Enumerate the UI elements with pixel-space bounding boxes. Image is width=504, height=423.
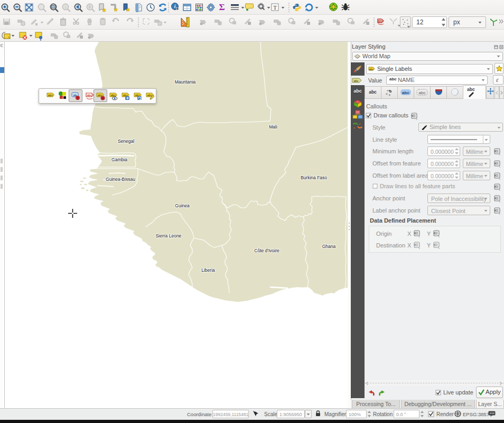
svg-text:abc: abc xyxy=(419,90,426,95)
svg-text:Σ: Σ xyxy=(219,2,225,12)
svg-text:abc: abc xyxy=(354,79,359,82)
svg-text:1: 1 xyxy=(64,5,67,9)
svg-text:b: b xyxy=(389,89,391,93)
svg-text:abc: abc xyxy=(402,90,409,95)
svg-text:abc: abc xyxy=(377,19,384,23)
svg-text:c: c xyxy=(389,93,390,96)
svg-text:abc: abc xyxy=(369,68,374,71)
svg-text:abc: abc xyxy=(87,94,92,97)
svg-text:ab: ab xyxy=(73,94,77,97)
svg-text:abc: abc xyxy=(147,94,152,97)
svg-text:abc: abc xyxy=(48,94,53,97)
svg-text:<: < xyxy=(386,92,388,96)
svg-text:abc: abc xyxy=(111,94,116,97)
svg-text:T: T xyxy=(273,4,277,11)
